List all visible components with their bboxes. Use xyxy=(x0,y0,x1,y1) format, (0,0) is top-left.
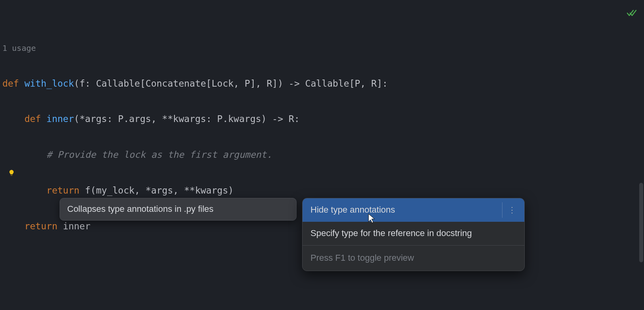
tooltip-text: Collapses type annotations in .py files xyxy=(67,204,213,214)
keyword-def: def xyxy=(24,114,41,124)
keyword-return: return xyxy=(24,221,57,231)
code-text: f(my_lock, *args, **kwargs) xyxy=(80,185,234,196)
more-options-icon[interactable]: ⋮ xyxy=(502,202,516,218)
intention-bulb-icon[interactable] xyxy=(8,166,15,182)
popup-footer-text: Press F1 to toggle preview xyxy=(310,253,414,263)
popup-footer: Press F1 to toggle preview xyxy=(303,245,524,271)
popup-item-specify-type[interactable]: Specify type for the reference in docstr… xyxy=(303,222,524,245)
code-text: (*args: P.args, **kwargs: P.kwargs) -> R… xyxy=(74,114,300,124)
comment: # Provide the lock as the first argument… xyxy=(47,149,272,160)
vertical-scrollbar[interactable] xyxy=(639,183,643,262)
keyword-return: return xyxy=(47,185,80,196)
popup-item-hide-annotations[interactable]: Hide type annotations ⋮ xyxy=(303,198,524,222)
code-text: inner xyxy=(57,221,90,231)
inspection-ok-icon[interactable] xyxy=(627,6,637,23)
popup-item-label: Hide type annotations xyxy=(310,202,395,219)
function-name-with-lock: with_lock xyxy=(24,78,74,89)
popup-item-label: Specify type for the reference in docstr… xyxy=(310,225,472,242)
usage-hint[interactable]: 1 usage xyxy=(2,43,36,53)
function-name-inner: inner xyxy=(47,114,74,124)
code-text: (f: Callable[Concatenate[Lock, P], R]) -… xyxy=(74,78,388,89)
intention-popup[interactable]: Hide type annotations ⋮ Specify type for… xyxy=(302,198,525,271)
tooltip: Collapses type annotations in .py files xyxy=(60,198,297,221)
keyword-def: def xyxy=(2,78,19,89)
